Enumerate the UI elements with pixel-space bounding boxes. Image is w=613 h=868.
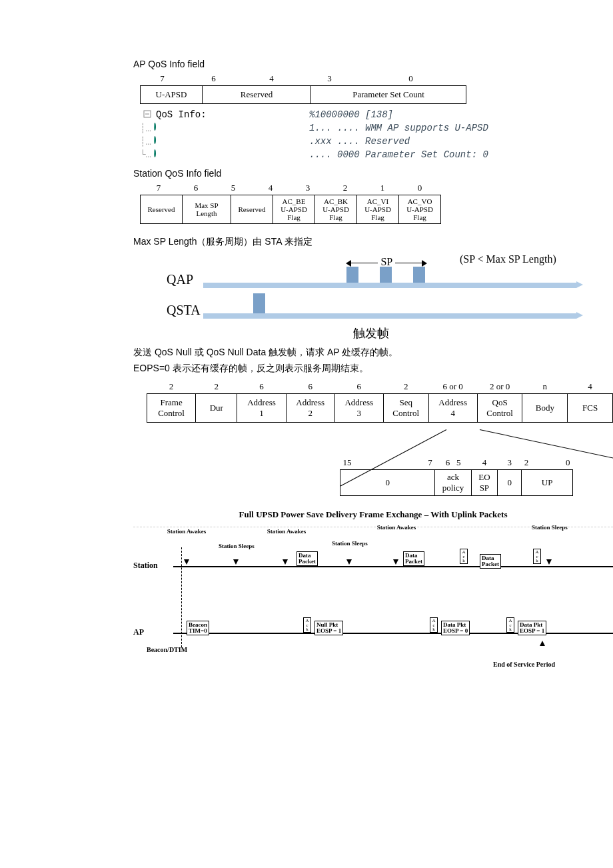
text-desc1: 发送 QoS Null 或 QoS Null Data 触发帧，请求 AP 处缓… — [133, 347, 573, 359]
ev-awakes: Station Awakes — [263, 529, 310, 535]
bit-label: 6 — [185, 72, 243, 85]
bit-label: 4 — [252, 181, 289, 195]
sp-span: SP — [333, 256, 440, 268]
datapkt-box: Data Pkt EOSP = 0 — [441, 621, 470, 635]
arrow-icon — [576, 312, 583, 319]
sta-qos-bits: 7 6 5 4 3 2 1 0 — [140, 181, 438, 195]
cell: AC_VI U-APSD Flag — [357, 195, 399, 224]
ack-box: A c k — [460, 549, 468, 564]
qsta-timeline — [203, 313, 576, 319]
bit-label: 6 — [177, 181, 215, 195]
bit-label: 1 — [364, 181, 401, 195]
decode-row: .... 0000 Parameter Set Count: 0 — [309, 149, 573, 160]
size: 6 or 0 — [428, 380, 477, 394]
size: 2 — [196, 380, 237, 394]
sp-note: (SP < Max SP Length) — [460, 253, 556, 265]
field: Seq Control — [383, 394, 428, 423]
size: 2 — [383, 380, 428, 394]
heading-ap-qos: AP QoS Info field — [133, 59, 573, 69]
tree-expand-icon — [140, 110, 156, 119]
ack-box: A c k — [430, 617, 438, 633]
heading-sta-qos: Station QoS Info field — [133, 168, 573, 179]
data-packet-box: Data Packet — [403, 551, 424, 566]
cell-psc: Parameter Set Count — [311, 86, 466, 104]
sta-qos-fields: Reserved Max SP Length Reserved AC_BE U-… — [140, 195, 441, 224]
decode-header-label: QoS Info: — [156, 109, 207, 120]
field: Address 3 — [334, 394, 383, 423]
size: 6 — [237, 380, 286, 394]
cell: Reserved — [231, 195, 273, 224]
down-arrow-icon — [393, 559, 398, 565]
ev-sleeps: Station Sleeps — [326, 541, 373, 547]
data-packet-box: Data Packet — [480, 554, 501, 569]
bit: 15 — [340, 456, 414, 470]
size: 4 — [568, 380, 613, 394]
size: 2 or 0 — [477, 380, 522, 394]
field: Dur — [196, 394, 237, 423]
bit-label: 5 — [215, 181, 252, 195]
nullpkt-box: Null Pkt EOSP = 1 — [314, 621, 343, 635]
cell: AC_VO U-APSD Flag — [399, 195, 441, 224]
field: UP — [522, 470, 573, 496]
qap-label: QAP — [167, 272, 193, 287]
sp-diagram: QAP QSTA SP (SP < Max SP Length) 触发帧 — [160, 253, 586, 340]
ev-sleeps: Station Sleeps — [526, 525, 573, 531]
bit: 7 — [414, 456, 435, 470]
down-arrow-icon — [233, 559, 239, 565]
bullet-icon — [154, 136, 156, 144]
qsta-label: QSTA — [167, 303, 201, 318]
end-service-label: End of Service Period — [493, 661, 555, 668]
field: Body — [522, 394, 568, 423]
field: FCS — [568, 394, 613, 423]
upsd-title: Full UPSD Power Save Delivery Frame Exch… — [133, 509, 613, 520]
qap-timeline — [203, 283, 576, 288]
size: 6 — [286, 380, 334, 394]
ev-sleeps: Station Sleeps — [213, 543, 260, 549]
down-arrow-icon — [346, 559, 352, 565]
sp-text: SP — [380, 256, 392, 267]
field: ack policy — [435, 470, 471, 496]
ap-timeline — [173, 633, 613, 634]
ap-qos-fields: U-APSD Reserved Parameter Set Count — [140, 85, 466, 104]
mac-header-table: 2 2 6 6 6 2 6 or 0 2 or 0 n 4 Frame Cont… — [147, 380, 613, 423]
decode-row: .xxx .... Reserved — [309, 136, 573, 147]
bit: 6 5 — [435, 456, 471, 470]
field: QoS Control — [477, 394, 522, 423]
cell: Max SP Length — [183, 195, 231, 224]
bit: 0 — [552, 456, 572, 470]
beacon-box: Beacon TIM=0 — [187, 621, 209, 635]
upsd-diagram: Full UPSD Power Save Delivery Frame Exch… — [133, 509, 613, 681]
down-arrow-icon — [546, 559, 552, 565]
station-timeline — [173, 566, 613, 567]
field: EO SP — [471, 470, 497, 496]
cell-uapsd: U-APSD — [141, 86, 203, 104]
ap-label: AP — [133, 627, 144, 637]
decode-row: 1... .... WMM AP supports U-APSD — [309, 123, 573, 133]
bit-label: 7 — [140, 72, 185, 85]
qos-info-decode: QoS Info: %10000000 [138] ┊… 1... .... W… — [140, 108, 573, 161]
frame-block — [380, 267, 392, 283]
ack-box: A c k — [506, 617, 514, 633]
trigger-block — [253, 293, 265, 313]
data-packet-box: Data Packet — [297, 551, 318, 566]
down-arrow-icon — [283, 559, 288, 565]
ev-awakes: Station Awakes — [163, 529, 210, 535]
decode-header-value: %10000000 [138] — [309, 109, 573, 120]
cell: AC_BK U-APSD Flag — [315, 195, 357, 224]
bit-label: 7 — [140, 181, 177, 195]
cell: Reserved — [141, 195, 183, 224]
frame-block — [346, 267, 358, 283]
ack-box: A c k — [533, 549, 541, 564]
size: 6 — [334, 380, 383, 394]
bit-label: 4 — [243, 72, 301, 85]
field: Address 2 — [286, 394, 334, 423]
down-arrow-icon — [184, 559, 189, 565]
bit-label: 3 — [301, 72, 358, 85]
cell: AC_BE U-APSD Flag — [273, 195, 315, 224]
frame-block — [413, 267, 425, 283]
bit: 2 — [522, 456, 552, 470]
bit-label: 0 — [401, 181, 438, 195]
ap-qos-table: 7 6 4 3 0 — [140, 72, 463, 85]
bit-label: 0 — [358, 72, 463, 85]
size: n — [522, 380, 568, 394]
